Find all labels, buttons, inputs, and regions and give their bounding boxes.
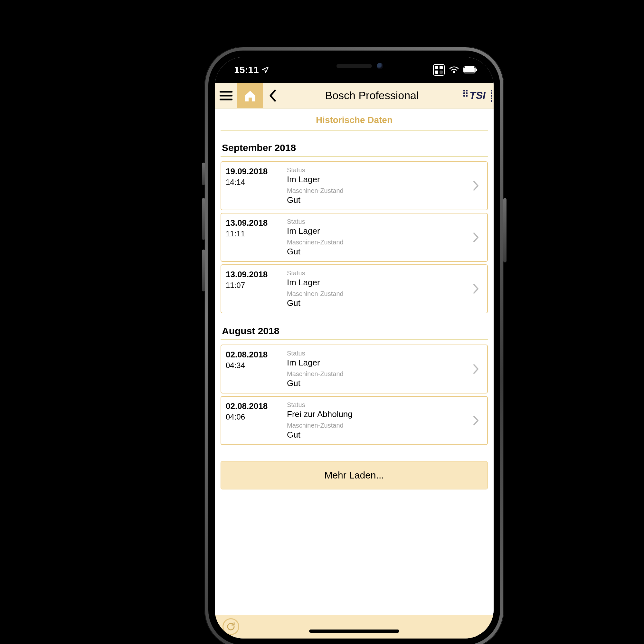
condition-label: Maschinen-Zustand	[287, 422, 468, 429]
history-item[interactable]: 13.09.201811:11StatusIm LagerMaschinen-Z…	[221, 213, 488, 262]
menu-button[interactable]	[215, 83, 237, 108]
status-label: Status	[287, 401, 468, 409]
chevron-right-icon	[468, 270, 484, 308]
svg-rect-2	[476, 69, 477, 71]
screen: 15:11	[215, 57, 494, 639]
entry-date: 19.09.2018	[226, 166, 287, 176]
status-label: Status	[287, 166, 468, 174]
phone-volume-down	[202, 250, 205, 291]
status-value: Im Lager	[287, 278, 468, 288]
chevron-right-icon	[468, 401, 484, 440]
month-heading: September 2018	[222, 142, 488, 153]
footer-bar	[215, 615, 494, 639]
divider	[221, 156, 488, 157]
status-value: Frei zur Abholung	[287, 409, 468, 419]
condition-label: Maschinen-Zustand	[287, 239, 468, 246]
status-time: 15:11	[234, 64, 259, 75]
home-icon	[243, 89, 257, 103]
condition-value: Gut	[287, 430, 468, 440]
phone-frame: 15:11	[204, 47, 504, 644]
entry-date: 02.08.2018	[226, 350, 287, 360]
hamburger-icon	[220, 90, 232, 101]
condition-label: Maschinen-Zustand	[287, 290, 468, 298]
phone-mute-switch	[202, 163, 205, 185]
svg-rect-1	[464, 67, 475, 72]
history-item[interactable]: 19.09.201814:14StatusIm LagerMaschinen-Z…	[221, 161, 488, 210]
app-header: Bosch Professional TSI	[215, 83, 494, 109]
status-label: Status	[287, 270, 468, 277]
condition-label: Maschinen-Zustand	[287, 187, 468, 194]
chevron-right-icon	[468, 166, 484, 205]
cellular-icon	[433, 64, 445, 76]
divider	[221, 339, 488, 340]
home-indicator[interactable]	[309, 630, 399, 633]
entry-date: 13.09.2018	[226, 270, 287, 279]
home-button[interactable]	[237, 83, 263, 108]
condition-value: Gut	[287, 247, 468, 257]
condition-value: Gut	[287, 378, 468, 388]
location-icon	[261, 66, 269, 74]
entry-time: 14:14	[226, 178, 287, 187]
content-area: Historische Daten September 201819.09.20…	[215, 109, 494, 615]
chevron-right-icon	[468, 350, 484, 388]
condition-value: Gut	[287, 195, 468, 205]
battery-icon	[463, 66, 478, 73]
status-label: Status	[287, 350, 468, 357]
entry-date: 02.08.2018	[226, 401, 287, 411]
section-title: Historische Daten	[221, 109, 488, 130]
entry-time: 11:11	[226, 229, 287, 238]
entry-time: 04:34	[226, 361, 287, 370]
status-value: Im Lager	[287, 358, 468, 368]
chevron-left-icon	[269, 89, 277, 102]
history-item[interactable]: 13.09.201811:07StatusIm LagerMaschinen-Z…	[221, 264, 488, 313]
refresh-icon	[226, 622, 236, 631]
history-item[interactable]: 02.08.201804:34StatusIm LagerMaschinen-Z…	[221, 345, 488, 393]
brand-logo: TSI	[461, 83, 494, 108]
month-heading: August 2018	[222, 326, 488, 336]
history-item[interactable]: 02.08.201804:06StatusFrei zur AbholungMa…	[221, 396, 488, 445]
wifi-icon	[449, 66, 459, 74]
phone-power-button	[503, 198, 507, 262]
status-value: Im Lager	[287, 226, 468, 236]
phone-volume-up	[202, 198, 205, 240]
phone-notch	[288, 57, 420, 75]
chevron-right-icon	[468, 218, 484, 257]
divider	[221, 130, 488, 131]
condition-label: Maschinen-Zustand	[287, 370, 468, 378]
entry-date: 13.09.2018	[226, 218, 287, 228]
condition-value: Gut	[287, 298, 468, 308]
status-value: Im Lager	[287, 175, 468, 185]
load-more-button[interactable]: Mehr Laden...	[221, 461, 488, 489]
entry-time: 11:07	[226, 281, 287, 290]
refresh-button[interactable]	[223, 618, 239, 635]
entry-time: 04:06	[226, 412, 287, 421]
status-label: Status	[287, 218, 468, 225]
page-title: Bosch Professional	[282, 83, 461, 108]
back-button[interactable]	[263, 83, 282, 108]
